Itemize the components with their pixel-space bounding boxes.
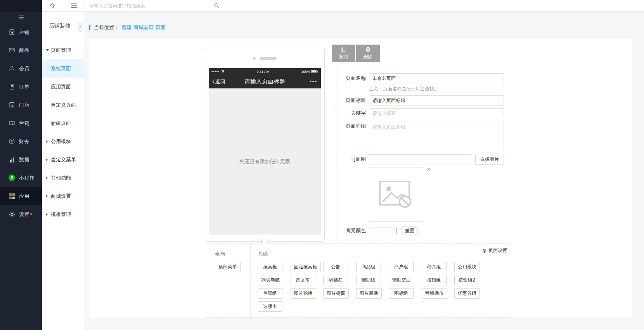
submenu-item-system-page[interactable]: 系统页面 bbox=[42, 59, 84, 78]
page-title-input[interactable] bbox=[369, 95, 504, 105]
select-image-button[interactable]: 选择图片 bbox=[475, 154, 504, 165]
color-swatch[interactable] bbox=[369, 228, 397, 234]
component-button[interactable]: 公用模块 bbox=[454, 262, 480, 272]
phone-page-body[interactable]: 您还没有添加任何元素 bbox=[209, 88, 321, 235]
notification-dot bbox=[30, 213, 32, 215]
sidebar-item-apps[interactable]: 应用 bbox=[0, 187, 42, 205]
breadcrumb-link-page[interactable]: 页面 bbox=[156, 24, 166, 31]
topbar bbox=[42, 0, 644, 12]
home-button[interactable] bbox=[42, 0, 63, 11]
basic-components-section: 基础 搜索框 固定搜索框 公告 商品组 商户组 秒杀组 公用模块 列表导航 富文… bbox=[251, 244, 512, 317]
basic-components-grid: 搜索框 固定搜索框 公告 商品组 商户组 秒杀组 公用模块 列表导航 富文本 标… bbox=[258, 262, 512, 312]
component-button[interactable]: 商品组 bbox=[356, 262, 381, 272]
copy-label: 复制 bbox=[339, 54, 348, 60]
back-button[interactable]: ‹ 返回 bbox=[212, 78, 235, 85]
sidebar-item-label: 门店 bbox=[19, 102, 29, 109]
submenu-item-new-page[interactable]: 新建页面 bbox=[42, 114, 84, 132]
shop-icon bbox=[9, 29, 15, 35]
sidebar-item-settings[interactable]: 设置 bbox=[0, 205, 42, 223]
gear-icon bbox=[9, 211, 15, 218]
component-button[interactable]: 商户组 bbox=[389, 262, 414, 272]
breadcrumb-link-mall-home[interactable]: 商城首页 bbox=[133, 24, 154, 31]
keyword-input[interactable] bbox=[369, 108, 504, 118]
submenu-item-other-functions[interactable]: 其他功能 bbox=[42, 169, 84, 187]
search-input[interactable] bbox=[89, 3, 214, 9]
sidebar-item-label: 商品 bbox=[19, 47, 29, 54]
component-button[interactable]: 公告 bbox=[323, 262, 348, 272]
sidebar-item-label: 营销 bbox=[19, 120, 29, 127]
gear-icon bbox=[482, 249, 487, 253]
empty-state-text: 您还没有添加任何元素 bbox=[240, 158, 290, 165]
component-button[interactable]: 单图组 bbox=[258, 288, 282, 299]
component-button[interactable]: 搜索框 bbox=[258, 262, 282, 272]
component-button[interactable]: 标题栏 bbox=[323, 275, 348, 285]
component-button[interactable]: 选项卡 bbox=[258, 301, 282, 312]
sidebar-item-goods[interactable]: 商品 bbox=[0, 41, 42, 59]
component-button[interactable]: 图片轮播 bbox=[291, 288, 316, 299]
component-button[interactable]: 优惠券组 bbox=[454, 288, 480, 299]
page-intro-label: 页面介绍 bbox=[338, 121, 366, 131]
component-button[interactable]: 固定搜索框 bbox=[291, 262, 321, 272]
page-name-input[interactable] bbox=[369, 73, 504, 83]
submenu-item-common-module[interactable]: 公用模块 bbox=[42, 132, 84, 150]
submenu-item-label: 模板管理 bbox=[51, 211, 71, 218]
more-menu-icon[interactable]: ••• bbox=[294, 79, 317, 85]
sidebar-item-miniprogram[interactable]: S 小程序 bbox=[0, 169, 42, 187]
page-title-label: 页面标题 bbox=[338, 95, 366, 105]
component-button[interactable]: 按钮组2 bbox=[454, 275, 479, 285]
sidebar-item-finance[interactable]: 财务 bbox=[0, 132, 42, 150]
wifi-icon bbox=[221, 70, 225, 73]
submenu-item-label: 页面管理 bbox=[51, 47, 71, 54]
store-icon bbox=[9, 102, 15, 108]
cover-image-input[interactable] bbox=[369, 154, 472, 164]
copy-page-button[interactable]: 复制 bbox=[332, 45, 355, 62]
breadcrumb-link-new[interactable]: 新建 bbox=[121, 24, 132, 31]
speaker-pill-icon bbox=[260, 57, 277, 60]
sidebar-item-order[interactable]: 订单 bbox=[0, 78, 42, 96]
phone-preview[interactable]: ••••• 9:41 AM 100% ‹ 返回 请输入页面标题 ••• 您还没有… bbox=[205, 48, 325, 242]
sidebar-item-marketing[interactable]: 营销 bbox=[0, 114, 42, 132]
submenu-item-custom-page[interactable]: 自定义页面 bbox=[42, 96, 84, 114]
global-components-section: 全局 顶部菜单 bbox=[205, 244, 251, 317]
nav-menu-button[interactable] bbox=[63, 0, 85, 11]
component-button[interactable]: 音频播放 bbox=[422, 288, 447, 299]
background-color-label: 背景颜色 bbox=[338, 226, 366, 236]
submenu-item-mall-settings[interactable]: 商城设置 bbox=[42, 187, 84, 205]
component-button[interactable]: 辅助空白 bbox=[389, 275, 414, 285]
sidebar-collapse-button[interactable] bbox=[0, 12, 42, 23]
sidebar-item-shop[interactable]: 店铺 bbox=[0, 23, 42, 41]
reset-color-button[interactable]: 重置 bbox=[402, 226, 418, 235]
component-button[interactable]: 辅助线 bbox=[356, 275, 381, 285]
component-button[interactable]: 图标组 bbox=[389, 288, 414, 299]
page-intro-textarea[interactable] bbox=[369, 121, 504, 151]
submenu-item-template-management[interactable]: 模板管理 bbox=[42, 205, 84, 223]
page-settings-button[interactable]: 页面设置 bbox=[482, 247, 507, 254]
component-button[interactable]: 图片展播 bbox=[356, 288, 382, 299]
remove-image-button[interactable]: ✕ bbox=[426, 167, 431, 172]
page-name-note: 注意：页面名称是便于后台查找。 bbox=[369, 86, 504, 92]
component-button[interactable]: 列表导航 bbox=[258, 275, 283, 285]
submenu-collapse-button[interactable]: ‹ bbox=[78, 22, 83, 32]
component-button[interactable]: 秒杀组 bbox=[422, 262, 447, 272]
sidebar-item-data[interactable]: 数据 bbox=[0, 150, 42, 169]
back-label: 返回 bbox=[215, 78, 225, 85]
phone-page-title: 请输入页面标题 bbox=[235, 78, 294, 85]
delete-page-button[interactable]: 删除 bbox=[356, 45, 380, 62]
finance-icon bbox=[9, 138, 15, 145]
caret-right-icon bbox=[46, 213, 51, 216]
caret-right-icon bbox=[46, 195, 51, 198]
submenu-item-app-page[interactable]: 应用页面 bbox=[42, 78, 84, 96]
component-button[interactable]: 按钮组 bbox=[422, 275, 447, 285]
caret-right-icon bbox=[46, 158, 51, 161]
phone-nav-bar: ‹ 返回 请输入页面标题 ••• bbox=[209, 75, 321, 88]
sidebar-item-store[interactable]: 门店 bbox=[0, 96, 42, 114]
submenu-item-custom-menu[interactable]: 自定义菜单 bbox=[42, 150, 84, 169]
sidebar-item-label: 订单 bbox=[19, 83, 29, 90]
component-button[interactable]: 图片橱窗 bbox=[323, 288, 349, 299]
submenu-item-page-management[interactable]: 页面管理 bbox=[42, 41, 84, 59]
search-icon[interactable] bbox=[214, 3, 220, 9]
component-button[interactable]: 富文本 bbox=[291, 275, 315, 285]
component-button-top-menu[interactable]: 顶部菜单 bbox=[215, 262, 241, 272]
sidebar-item-member[interactable]: 会员 bbox=[0, 59, 42, 78]
main-sidebar: 店铺 商品 会员 订单 门店 营销 财务 数据 S 小程序 应用 设置 bbox=[0, 0, 42, 330]
